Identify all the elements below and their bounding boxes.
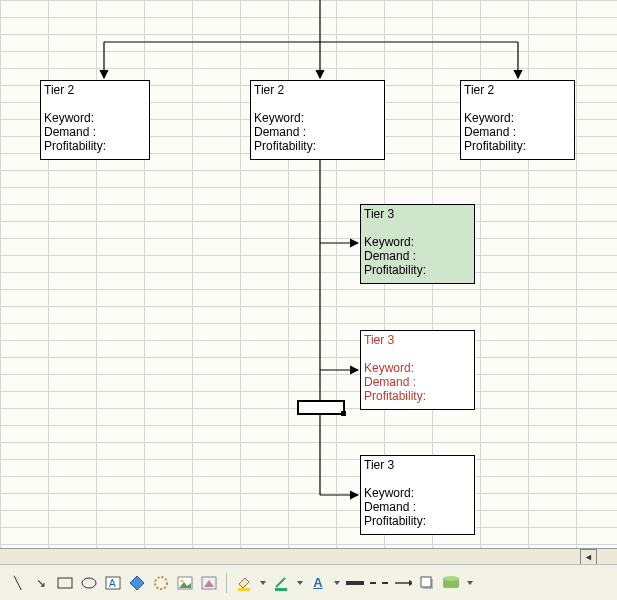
fill-color-icon[interactable]: [235, 574, 253, 592]
node-title: Tier 2: [254, 83, 381, 97]
shadow-style-icon[interactable]: [418, 574, 436, 592]
node-line: Profitability:: [254, 139, 381, 153]
node-title: Tier 2: [464, 83, 571, 97]
node-title: Tier 3: [364, 333, 471, 347]
diagram-node-tier2-b[interactable]: Tier 2 Keyword: Demand : Profitability:: [250, 80, 385, 160]
svg-rect-24: [421, 577, 431, 587]
diagram-node-tier3-a[interactable]: Tier 3 Keyword: Demand : Profitability:: [360, 204, 475, 284]
svg-rect-20: [275, 588, 287, 591]
scroll-left-button[interactable]: ◄: [580, 549, 597, 565]
node-line: Demand :: [44, 125, 146, 139]
fill-color-dropdown[interactable]: [259, 574, 266, 592]
node-line: Demand :: [464, 125, 571, 139]
node-line: Keyword:: [254, 111, 381, 125]
node-title: Tier 3: [364, 458, 471, 472]
node-line: Keyword:: [364, 235, 471, 249]
node-line: Demand :: [254, 125, 381, 139]
node-title: Tier 3: [364, 207, 471, 221]
diagram-node-tier3-c[interactable]: Tier 3 Keyword: Demand : Profitability:: [360, 455, 475, 535]
drawing-toolbar: ╲ ↘ A A: [0, 564, 617, 600]
three-d-dropdown[interactable]: [466, 574, 473, 592]
node-line: Profitability:: [44, 139, 146, 153]
node-line: Demand :: [364, 500, 471, 514]
line-tool-icon[interactable]: ╲: [8, 574, 26, 592]
node-line: Demand :: [364, 375, 471, 389]
diagram-node-tier2-a[interactable]: Tier 2 Keyword: Demand : Profitability:: [40, 80, 150, 160]
svg-marker-13: [130, 576, 144, 590]
node-line: Profitability:: [364, 389, 471, 403]
line-color-icon[interactable]: [272, 574, 290, 592]
line-color-dropdown[interactable]: [296, 574, 303, 592]
toolbar-separator: [226, 573, 227, 593]
node-line: Keyword:: [364, 486, 471, 500]
arrow-tool-icon[interactable]: ↘: [32, 574, 50, 592]
node-line: Keyword:: [364, 361, 471, 375]
svg-point-10: [82, 578, 96, 588]
textbox-tool-icon[interactable]: A: [104, 574, 122, 592]
node-line: Demand :: [364, 249, 471, 263]
autoshape-icon[interactable]: [128, 574, 146, 592]
fill-handle[interactable]: [341, 411, 346, 416]
horizontal-scrollbar[interactable]: ◄: [0, 548, 617, 564]
rectangle-tool-icon[interactable]: [56, 574, 74, 592]
selected-cell[interactable]: [297, 400, 345, 415]
insert-picture-icon[interactable]: [176, 574, 194, 592]
svg-rect-9: [58, 578, 72, 588]
svg-marker-22: [409, 580, 412, 586]
diagram-node-tier2-c[interactable]: Tier 2 Keyword: Demand : Profitability:: [460, 80, 575, 160]
wordart-icon[interactable]: [152, 574, 170, 592]
font-color-icon[interactable]: A: [309, 574, 327, 592]
node-line: Profitability:: [364, 514, 471, 528]
font-color-dropdown[interactable]: [333, 574, 340, 592]
line-weight-icon[interactable]: [346, 574, 364, 592]
svg-rect-19: [238, 588, 250, 591]
node-line: Keyword:: [464, 111, 571, 125]
diagram-node-tier3-b[interactable]: Tier 3 Keyword: Demand : Profitability:: [360, 330, 475, 410]
three-d-style-icon[interactable]: [442, 574, 460, 592]
svg-point-14: [155, 577, 167, 589]
node-line: Keyword:: [44, 111, 146, 125]
node-line: Profitability:: [464, 139, 571, 153]
arrow-style-icon[interactable]: [394, 574, 412, 592]
oval-tool-icon[interactable]: [80, 574, 98, 592]
node-line: Profitability:: [364, 263, 471, 277]
insert-clipart-icon[interactable]: [200, 574, 218, 592]
svg-point-16: [181, 579, 184, 582]
node-title: Tier 2: [44, 83, 146, 97]
dash-style-icon[interactable]: [370, 574, 388, 592]
svg-text:A: A: [109, 578, 116, 589]
